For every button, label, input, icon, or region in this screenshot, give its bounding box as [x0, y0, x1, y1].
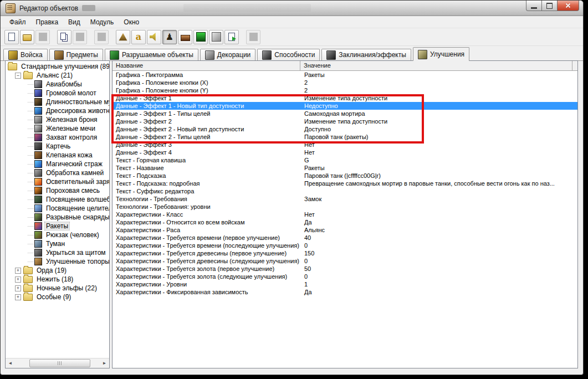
tree-item[interactable]: −Альянс (21) — [6, 71, 109, 80]
tree-item[interactable]: Длинноствольные муш — [6, 98, 109, 106]
tab-destructibles[interactable]: Разрушаемые объекты — [105, 49, 198, 60]
terrain-editor-button[interactable] — [116, 30, 130, 44]
minimize-icon — [531, 7, 537, 9]
tree-item[interactable]: Осветительный заряд — [6, 177, 109, 186]
table-row[interactable]: Характеристики - Требуется времени (перв… — [113, 234, 577, 242]
tree-item[interactable]: Посвящение целителей — [6, 204, 109, 213]
table-row[interactable]: Данные - Эффект 2Изменение типа доступно… — [113, 117, 577, 125]
row-value — [300, 203, 577, 211]
row-name: Данные - Эффект 2 — [113, 117, 300, 125]
table-row[interactable]: Характеристики - РасаАльянс — [113, 226, 577, 234]
table-row[interactable]: Характеристики - Требуется золота (перво… — [113, 265, 577, 273]
object-manager-button[interactable] — [209, 30, 223, 44]
sound-editor-button[interactable] — [147, 30, 161, 44]
table-row[interactable]: Графика - Положение кнопки (Y)2 — [113, 86, 577, 94]
tree-item[interactable]: Клепаная кожа — [6, 151, 109, 160]
table-row[interactable]: Данные - Эффект 2 - Новый тип доступност… — [113, 125, 577, 133]
minimize-button[interactable] — [526, 1, 542, 11]
tree-item[interactable]: Громовой молот — [6, 89, 109, 98]
table-row[interactable]: Графика - Положение кнопки (X)2 — [113, 79, 577, 86]
tree-item[interactable]: Железные мечи — [6, 124, 109, 133]
expander-plus-icon[interactable]: + — [15, 294, 21, 300]
table-row[interactable]: Данные - Эффект 1 - Типы целейСамоходная… — [113, 110, 577, 117]
maximize-button[interactable] — [542, 1, 558, 11]
new-document-button[interactable] — [4, 30, 19, 44]
tree-item[interactable]: Посвящение волшебни — [6, 195, 109, 204]
table-row[interactable]: Текст - Горячая клавишаG — [113, 156, 577, 164]
tab-doodads[interactable]: Декорации — [200, 49, 256, 60]
table-row[interactable]: Характеристики - Требуется древесины (сл… — [113, 257, 577, 265]
table-row[interactable]: Характеристики - Фиксированная зависимос… — [113, 288, 577, 296]
menu-item-module[interactable]: Модуль — [85, 17, 119, 27]
tree-item[interactable]: Дрессировка животных — [6, 106, 109, 115]
tree-item[interactable]: Картечь — [6, 142, 109, 151]
tree-item[interactable]: +Орда (19) — [6, 266, 109, 275]
expander-minus-icon[interactable]: − — [15, 73, 21, 79]
tree-item[interactable]: Железная броня — [6, 115, 109, 124]
table-row[interactable]: Данные - Эффект 1 - Новый тип доступност… — [113, 102, 577, 110]
horizontal-scrollbar[interactable]: ◄ ► — [6, 358, 109, 368]
row-name: Характеристики - Уровни — [113, 280, 300, 288]
scrollbar-thumb[interactable] — [29, 359, 90, 367]
table-row[interactable]: Текст - ПодсказкаПаровой танк (|cffffcc0… — [113, 172, 577, 180]
tab-items[interactable]: Предметы — [49, 49, 103, 60]
tree-item[interactable]: Захват контроля — [6, 133, 109, 142]
copy-button[interactable] — [57, 30, 71, 44]
table-row[interactable]: Данные - Эффект 3Нет — [113, 141, 577, 148]
menu-item-view[interactable]: Вид — [63, 17, 85, 27]
expander-plus-icon[interactable]: + — [15, 268, 21, 274]
tree-connector — [28, 226, 34, 227]
table-row[interactable]: Текст - Подсказка: подробнаяПревращение … — [113, 180, 577, 187]
tree-item[interactable]: Рюкзак (человек) — [6, 231, 109, 239]
expander-plus-icon[interactable]: + — [15, 276, 21, 283]
tree-item[interactable]: +Ночные эльфы (22) — [6, 284, 109, 293]
column-header-value[interactable]: Значение — [300, 61, 572, 70]
tab-buffs[interactable]: Заклинания/эффекты — [321, 49, 411, 60]
menu-item-window[interactable]: Окно — [119, 17, 144, 27]
tree-item[interactable]: Пороховая смесь — [6, 186, 109, 195]
tree-item-label: Туман — [45, 240, 66, 248]
scroll-right-icon[interactable]: ► — [100, 359, 109, 367]
expander-plus-icon[interactable]: + — [15, 285, 21, 291]
menu-item-file[interactable]: Файл — [4, 17, 31, 27]
table-row[interactable]: Текст - Суффикс редактора — [113, 187, 577, 195]
table-row[interactable]: Данные - Эффект 1Изменение типа доступно… — [113, 94, 577, 102]
table-row[interactable]: Характеристики - Требуется золота (следу… — [113, 273, 577, 280]
tree-item[interactable]: Стандартные улучшения (89) — [6, 62, 109, 71]
tree-item[interactable]: Магический страж — [6, 160, 109, 168]
tree-item[interactable]: Ракеты — [6, 222, 109, 231]
table-row[interactable]: Данные - Эффект 2 - Типы целейПаровой та… — [113, 133, 577, 141]
table-row[interactable]: Текст - НазваниеРакеты — [113, 164, 577, 172]
tree-item[interactable]: Укрыться за щитом — [6, 248, 109, 257]
table-row[interactable]: Технологии - Требования: уровни — [113, 203, 577, 211]
tab-units[interactable]: Войска — [3, 49, 48, 60]
table-row[interactable]: Характеристики - КлассНет — [113, 211, 577, 218]
open-folder-button[interactable] — [20, 30, 34, 44]
table-row[interactable]: Характеристики - Требуется времени (посл… — [113, 242, 577, 249]
script-editor-button[interactable]: a — [131, 30, 146, 44]
tree-item[interactable]: Авиабомбы — [6, 80, 109, 89]
table-row[interactable]: Характеристики - Уровни1 — [113, 280, 577, 288]
menu-item-edit[interactable]: Правка — [31, 17, 64, 27]
tab-abilities[interactable]: Способности — [257, 49, 320, 60]
table-row[interactable]: Характеристики - Требуется древесины (пе… — [113, 249, 577, 257]
ai-editor-button[interactable] — [193, 30, 208, 44]
tab-upgrades[interactable]: Улучшения — [413, 47, 469, 61]
tree-item[interactable]: Улучшенные топоры — [6, 257, 109, 266]
tree-item[interactable]: +Нежить (18) — [6, 275, 109, 284]
column-header-name[interactable]: Название — [113, 61, 300, 70]
close-button[interactable] — [558, 1, 579, 11]
import-manager-button[interactable] — [224, 30, 239, 44]
title-bar[interactable]: Редактор объектов — [1, 1, 583, 16]
campaign-editor-button[interactable] — [178, 30, 192, 44]
table-row[interactable]: Графика - ПиктограммаРакеты — [113, 71, 577, 79]
table-row[interactable]: Характеристики - Относится ко всем войск… — [113, 218, 577, 226]
table-row[interactable]: Данные - Эффект 4Нет — [113, 148, 577, 156]
object-editor-button[interactable]: ♟ — [162, 30, 177, 44]
tree-item[interactable]: Туман — [6, 239, 109, 248]
table-row[interactable]: Технологии - ТребованияЗамок — [113, 195, 577, 203]
scroll-left-icon[interactable]: ◄ — [6, 359, 15, 367]
tree-item[interactable]: Разрывные снаряды — [6, 213, 109, 222]
tree-item[interactable]: Обработка камней — [6, 168, 109, 177]
tree-item[interactable]: +Особые (9) — [6, 293, 109, 301]
